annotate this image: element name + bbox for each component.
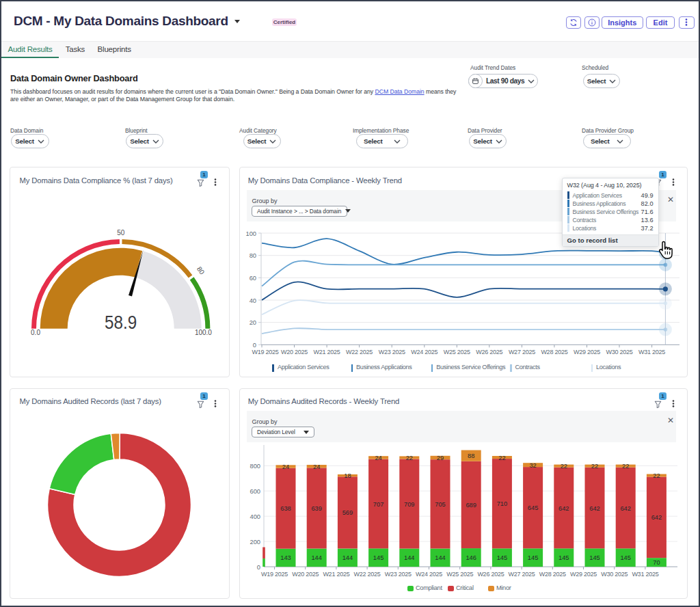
svg-text:145: 145 [589,554,600,561]
svg-text:24: 24 [282,463,289,470]
svg-text:400: 400 [250,513,260,520]
svg-text:W23 2025: W23 2025 [385,570,412,577]
svg-text:W21 2025: W21 2025 [314,349,340,355]
svg-text:W22 2025: W22 2025 [354,570,381,577]
svg-text:645: 645 [528,504,539,511]
svg-text:W26 2025: W26 2025 [476,349,502,355]
svg-text:22: 22 [653,472,660,479]
svg-text:29: 29 [437,455,444,461]
svg-text:600: 600 [250,487,260,494]
svg-text:W23 2025: W23 2025 [379,349,405,355]
svg-text:50: 50 [117,229,125,237]
svg-text:145: 145 [497,554,508,561]
svg-text:22: 22 [561,463,567,470]
svg-text:638: 638 [280,505,291,512]
svg-text:145: 145 [528,554,539,561]
svg-text:709: 709 [404,500,415,507]
svg-text:100: 100 [245,230,256,237]
svg-text:W31 2025: W31 2025 [638,349,665,355]
svg-text:143: 143 [280,554,291,561]
svg-text:0: 0 [253,342,256,349]
svg-text:144: 144 [311,554,322,561]
svg-text:W22 2025: W22 2025 [346,349,373,355]
svg-text:W30 2025: W30 2025 [601,570,628,577]
svg-text:W30 2025: W30 2025 [606,349,632,355]
svg-text:639: 639 [311,504,322,511]
svg-text:689: 689 [466,502,476,509]
svg-text:145: 145 [558,554,569,561]
svg-text:642: 642 [620,504,631,511]
svg-text:0.0: 0.0 [31,329,40,336]
svg-text:710: 710 [497,500,508,507]
svg-text:60: 60 [250,275,256,282]
svg-text:24: 24 [375,454,381,461]
svg-text:70: 70 [653,559,660,566]
svg-text:22: 22 [498,454,505,461]
svg-text:22: 22 [622,463,629,470]
svg-text:642: 642 [558,504,569,511]
svg-text:W25 2025: W25 2025 [444,349,470,355]
svg-text:707: 707 [373,500,384,507]
svg-text:W29 2025: W29 2025 [574,349,600,355]
svg-text:W25 2025: W25 2025 [446,570,473,577]
svg-text:W20 2025: W20 2025 [292,570,319,577]
svg-text:W31 2025: W31 2025 [632,570,658,577]
svg-text:W19 2025: W19 2025 [252,349,278,355]
svg-text:24: 24 [313,463,320,470]
svg-text:22: 22 [406,454,413,461]
svg-text:W29 2025: W29 2025 [570,570,597,577]
svg-text:200: 200 [250,538,260,545]
svg-text:W26 2025: W26 2025 [477,570,504,577]
svg-text:W19 2025: W19 2025 [261,570,288,577]
svg-text:100.0: 100.0 [195,329,212,336]
svg-text:58.9: 58.9 [105,311,137,333]
svg-text:642: 642 [589,504,600,511]
svg-text:W28 2025: W28 2025 [541,349,567,355]
svg-text:W24 2025: W24 2025 [416,570,442,577]
svg-text:W28 2025: W28 2025 [539,570,566,577]
svg-text:40: 40 [250,297,256,304]
svg-text:145: 145 [373,554,384,561]
svg-text:W21 2025: W21 2025 [323,570,349,577]
svg-text:144: 144 [342,554,353,561]
svg-text:800: 800 [250,462,260,469]
svg-text:32: 32 [529,461,536,468]
svg-text:146: 146 [466,554,476,561]
svg-text:80: 80 [196,265,206,276]
svg-text:144: 144 [435,554,446,561]
svg-text:88: 88 [468,453,474,459]
svg-text:569: 569 [342,509,353,516]
svg-text:22: 22 [591,463,598,470]
svg-text:W24 2025: W24 2025 [411,349,438,355]
svg-text:W27 2025: W27 2025 [509,349,535,355]
svg-text:W27 2025: W27 2025 [509,570,535,577]
svg-text:80: 80 [250,252,256,259]
svg-text:705: 705 [435,500,446,507]
svg-text:W20 2025: W20 2025 [281,349,308,355]
svg-text:18: 18 [344,472,351,479]
svg-text:20: 20 [250,319,256,326]
svg-text:642: 642 [651,514,662,521]
svg-text:0: 0 [257,563,260,570]
svg-text:144: 144 [404,554,415,561]
svg-text:145: 145 [620,554,631,561]
